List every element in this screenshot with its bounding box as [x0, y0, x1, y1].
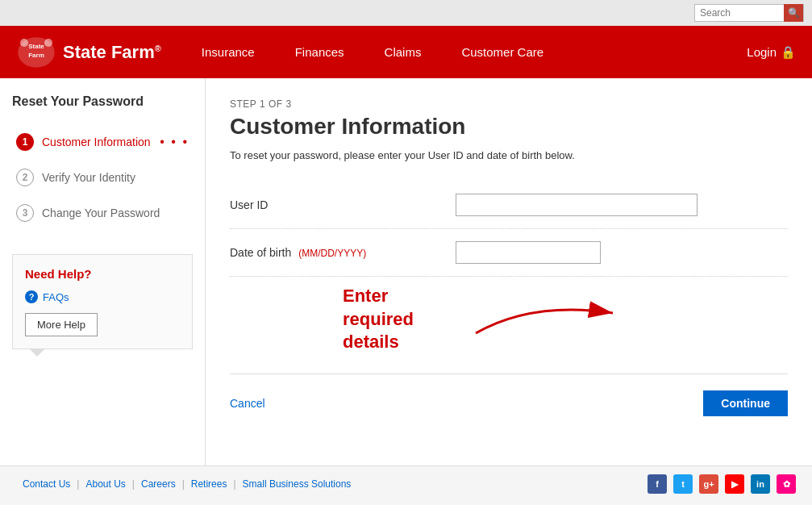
- nav-items: Insurance Finances Claims Customer Care: [202, 45, 747, 59]
- step-label-1: Customer Information: [42, 136, 151, 148]
- svg-text:Farm: Farm: [28, 52, 44, 59]
- faq-icon: ?: [25, 290, 38, 303]
- more-help-button[interactable]: More Help: [25, 313, 98, 336]
- svg-point-3: [20, 39, 28, 47]
- search-box[interactable]: 🔍: [694, 4, 804, 22]
- userid-input-wrapper: [456, 194, 697, 216]
- logo-text: State Farm®: [63, 42, 161, 63]
- sidebar-step-2[interactable]: 2 Verify Your Identity: [12, 161, 193, 194]
- social-facebook[interactable]: f: [648, 474, 667, 494]
- continue-button[interactable]: Continue: [703, 390, 788, 416]
- dob-input-wrapper: [456, 241, 601, 264]
- social-linkedin[interactable]: in: [751, 474, 770, 494]
- faqs-link[interactable]: ? FAQs: [25, 290, 180, 303]
- lock-icon: 🔒: [781, 45, 796, 60]
- step-indicator: STEP 1 OF 3: [230, 98, 788, 110]
- sidebar-title: Reset Your Password: [12, 94, 193, 109]
- userid-row: User ID: [230, 182, 788, 229]
- login-area[interactable]: Login 🔒: [747, 45, 796, 60]
- sidebar-step-1[interactable]: 1 Customer Information • • •: [12, 125, 193, 159]
- nav-item-claims[interactable]: Claims: [385, 45, 422, 59]
- main-layout: Reset Your Password 1 Customer Informati…: [0, 78, 812, 465]
- statefarm-logo-icon: State Farm: [16, 36, 56, 69]
- faqs-label: FAQs: [43, 291, 69, 303]
- social-flickr[interactable]: ✿: [777, 474, 796, 494]
- dob-section: Date of birth (MM/DD/YYYY) Enterrequired…: [230, 229, 788, 357]
- dob-input[interactable]: [456, 241, 601, 264]
- annotation-area: Enterrequireddetails: [230, 277, 788, 357]
- userid-input[interactable]: [456, 194, 697, 216]
- page-description: To reset your password, please enter you…: [230, 149, 788, 161]
- content-area: STEP 1 OF 3 Customer Information To rese…: [206, 78, 812, 465]
- nav-item-customer-care[interactable]: Customer Care: [461, 45, 543, 59]
- search-input[interactable]: [695, 6, 784, 20]
- nav-item-finances[interactable]: Finances: [295, 45, 344, 59]
- logo-area[interactable]: State Farm State Farm®: [16, 36, 161, 69]
- userid-label: User ID: [230, 198, 456, 211]
- step-dots-1: • • •: [160, 135, 189, 149]
- social-youtube[interactable]: ▶: [725, 474, 744, 494]
- step-label-3: Change Your Password: [42, 207, 160, 219]
- social-icons: f t g+ ▶ in ✿: [648, 474, 796, 494]
- cancel-link[interactable]: Cancel: [230, 397, 265, 410]
- sidebar: Reset Your Password 1 Customer Informati…: [0, 78, 206, 465]
- nav-item-insurance[interactable]: Insurance: [202, 45, 255, 59]
- dob-row: Date of birth (MM/DD/YYYY): [230, 229, 788, 277]
- header: State Farm State Farm® Insurance Finance…: [0, 26, 812, 78]
- step-circle-2: 2: [16, 169, 34, 186]
- annotation-arrow: [468, 293, 629, 341]
- top-bar: 🔍: [0, 0, 812, 26]
- footer-links: Contact Us | About Us | Careers | Retire…: [16, 478, 357, 490]
- annotation-text: Enterrequireddetails: [343, 285, 414, 354]
- footer-link-contact[interactable]: Contact Us: [16, 478, 77, 490]
- svg-text:State: State: [28, 43, 44, 50]
- need-help-title: Need Help?: [25, 267, 180, 281]
- login-label: Login: [747, 45, 777, 59]
- actions-row: Cancel Continue: [230, 374, 788, 432]
- need-help-box: Need Help? ? FAQs More Help: [12, 254, 193, 349]
- page-title: Customer Information: [230, 114, 788, 140]
- social-twitter[interactable]: t: [673, 474, 693, 494]
- social-googleplus[interactable]: g+: [699, 474, 718, 494]
- step-circle-3: 3: [16, 204, 34, 222]
- footer-link-smallbiz[interactable]: Small Business Solutions: [236, 478, 358, 490]
- step-label-2: Verify Your Identity: [42, 171, 135, 184]
- footer-link-careers[interactable]: Careers: [135, 478, 182, 490]
- sidebar-step-3[interactable]: 3 Change Your Password: [12, 196, 193, 230]
- svg-point-4: [44, 39, 52, 47]
- dob-label: Date of birth (MM/DD/YYYY): [230, 246, 456, 259]
- search-button[interactable]: 🔍: [784, 4, 803, 22]
- footer-link-about[interactable]: About Us: [79, 478, 131, 490]
- footer: Contact Us | About Us | Careers | Retire…: [0, 465, 812, 502]
- dob-hint: (MM/DD/YYYY): [298, 248, 366, 259]
- footer-link-retirees[interactable]: Retirees: [185, 478, 234, 490]
- step-circle-1: 1: [16, 133, 34, 151]
